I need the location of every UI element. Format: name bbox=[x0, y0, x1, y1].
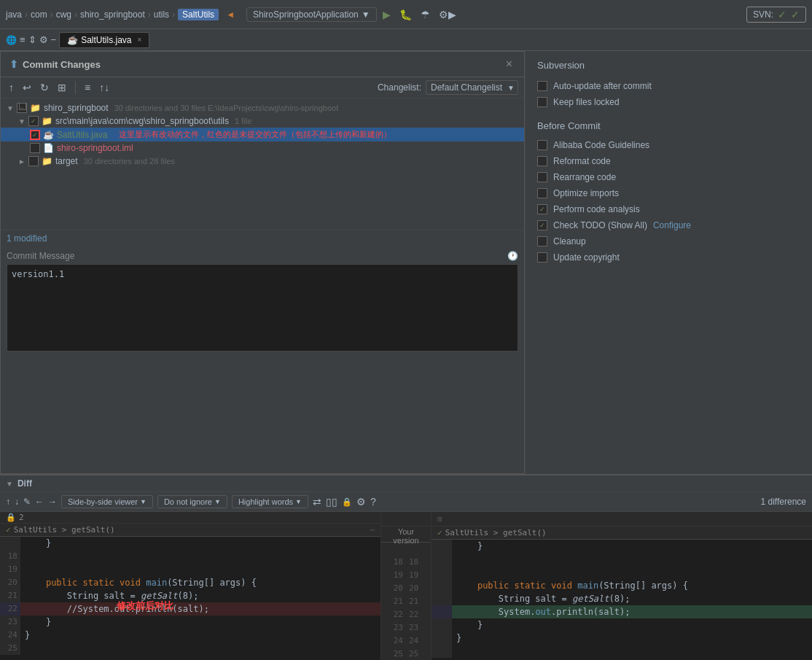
tree-check-shiro[interactable]: − bbox=[17, 103, 27, 113]
breadcrumb-shiro[interactable]: shiro_springboot bbox=[80, 9, 145, 20]
cb-label-rearrange: Rearrange code bbox=[553, 172, 616, 182]
breadcrumb-cwg[interactable]: cwg bbox=[56, 9, 71, 20]
cb-alibaba[interactable] bbox=[537, 140, 547, 150]
line-content-left-22: //System.out.println(salt); bbox=[20, 602, 380, 616]
cb-update-copyright[interactable] bbox=[537, 252, 547, 263]
diff-lock-icon[interactable]: 🔒 bbox=[342, 497, 352, 507]
tree-expand-target[interactable]: ► bbox=[18, 158, 26, 166]
cb-perform-analysis[interactable] bbox=[537, 204, 547, 214]
diff-help-icon[interactable]: ? bbox=[370, 496, 376, 508]
cb-auto-update[interactable] bbox=[537, 81, 547, 91]
tree-check-iml[interactable] bbox=[30, 143, 40, 153]
highlight-words-button[interactable]: Highlight words ▼ bbox=[232, 495, 308, 508]
mid-num-19-r: 19 bbox=[409, 569, 418, 582]
tree-item-target[interactable]: ► 📁 target 30 directories and 28 files bbox=[1, 155, 524, 168]
dialog-close-button[interactable]: × bbox=[503, 58, 515, 71]
line-num-left-25: 25 bbox=[0, 642, 20, 655]
tree-expand-shiro[interactable]: ▼ bbox=[7, 104, 14, 112]
cb-reformat[interactable] bbox=[537, 156, 547, 166]
svn-update-icon[interactable]: ✓ bbox=[778, 9, 786, 20]
cb-optimize[interactable] bbox=[537, 188, 547, 198]
tab-saltutils[interactable]: ☕ SaltUtils.java × bbox=[59, 32, 149, 48]
tree-label-target: target bbox=[55, 156, 78, 166]
checkbox-cleanup: Cleanup bbox=[537, 233, 800, 249]
line-content-left-20: public static void main(String[] args) { bbox=[20, 576, 380, 589]
tree-check-target[interactable] bbox=[28, 156, 39, 166]
collapse-all-icon[interactable]: ↑↓ bbox=[97, 80, 112, 95]
tree-item-iml[interactable]: 📄 shiro-springboot.iml bbox=[1, 141, 524, 155]
diff-settings-icon[interactable]: ⚙ bbox=[356, 496, 366, 508]
debug-button[interactable]: 🐛 bbox=[397, 7, 415, 22]
mid-num-21-l: 21 bbox=[394, 595, 403, 608]
file-tree: ▼ − 📁 shiro_springboot 30 directories an… bbox=[1, 98, 524, 230]
diff-swap-icon[interactable]: ⇄ bbox=[313, 496, 321, 508]
tree-item-saltutils[interactable]: ✓ ☕ SaltUtils.java 这里显示有改动的文件，红色的是未提交的文件… bbox=[1, 128, 524, 141]
tab-nav-icon[interactable]: ⇕ bbox=[28, 34, 36, 45]
diff-left-icon[interactable]: ← bbox=[35, 497, 44, 507]
tree-item-shiro[interactable]: ▼ − 📁 shiro_springboot 30 directories an… bbox=[1, 101, 524, 114]
group-icon[interactable]: ⊞ bbox=[55, 80, 69, 95]
breadcrumb-utils[interactable]: utils bbox=[154, 9, 169, 20]
line-num-left-18: 18 bbox=[0, 550, 20, 563]
right-panel: Subversion Auto-update after commit Keep… bbox=[525, 51, 812, 474]
diff-collapse-icon[interactable]: ▼ bbox=[6, 480, 13, 488]
side-by-side-dropdown-icon: ▼ bbox=[140, 498, 147, 505]
tree-check-saltutils[interactable]: ✓ bbox=[30, 130, 40, 140]
expand-all-icon[interactable]: ≡ bbox=[82, 80, 93, 95]
history-icon[interactable]: 🕐 bbox=[507, 251, 518, 261]
tree-item-src[interactable]: ▼ ✓ 📁 src\main\java\com\cwg\shiro_spring… bbox=[1, 114, 524, 128]
ignore-whitespace-button[interactable]: Do not ignore ▼ bbox=[157, 495, 227, 508]
breadcrumb-java[interactable]: java bbox=[6, 9, 22, 20]
line-num-right-25 bbox=[432, 645, 452, 658]
run-config-selector[interactable]: ShiroSpringbootApplication ▼ bbox=[246, 7, 377, 22]
move-to-changelist-icon[interactable]: ↑ bbox=[7, 80, 16, 95]
breadcrumb-saltutils[interactable]: SaltUtils bbox=[178, 9, 219, 20]
diff-right-header-label: SaltUtils > getSalt() bbox=[445, 528, 547, 537]
left-green-dot: ✓ bbox=[6, 525, 11, 535]
coverage-button[interactable]: ☂ bbox=[418, 7, 433, 22]
folder-icon-src: 📁 bbox=[42, 116, 52, 126]
diff-title: Diff bbox=[17, 478, 32, 489]
dialog-title-bar: ⬆ Commit Changes × bbox=[1, 52, 524, 77]
nav-back-icon[interactable]: ◄ bbox=[226, 9, 235, 20]
diff-down-icon[interactable]: ↓ bbox=[15, 497, 19, 507]
ignore-dropdown-icon: ▼ bbox=[214, 498, 221, 505]
tab-align-icon[interactable]: ≡ bbox=[20, 34, 26, 45]
diff-right-icon[interactable]: → bbox=[48, 497, 57, 507]
run-button[interactable]: ▶ bbox=[380, 7, 394, 22]
checkbox-optimize: Optimize imports bbox=[537, 185, 800, 201]
cb-check-todo[interactable] bbox=[537, 220, 547, 230]
breadcrumb-com[interactable]: com bbox=[31, 9, 47, 20]
tree-label-shiro: shiro_springboot bbox=[44, 103, 109, 113]
commit-message-section: Commit Message 🕐 version1.1 bbox=[1, 246, 524, 357]
svn-commit-icon[interactable]: ✓ bbox=[791, 9, 800, 20]
refresh-icon[interactable]: ↻ bbox=[38, 80, 51, 95]
tab-settings-icon[interactable]: ⚙ bbox=[39, 34, 48, 45]
checkbox-auto-update: Auto-update after commit bbox=[537, 78, 800, 94]
diff-up-icon[interactable]: ↑ bbox=[6, 497, 10, 507]
dialog-title: ⬆ Commit Changes bbox=[9, 58, 101, 70]
side-by-side-button[interactable]: Side-by-side viewer ▼ bbox=[61, 495, 153, 508]
main-content: ⬆ Commit Changes × ↑ ↩ ↻ ⊞ ≡ ↑↓ Changeli… bbox=[0, 51, 812, 660]
commit-message-input[interactable]: version1.1 bbox=[7, 264, 518, 352]
line-content-right-19 bbox=[452, 566, 812, 579]
subversion-title: Subversion bbox=[537, 60, 800, 71]
cb-keep-locked[interactable] bbox=[537, 97, 547, 107]
checkbox-reformat: Reformat code bbox=[537, 153, 800, 169]
tree-check-src[interactable]: ✓ bbox=[28, 116, 39, 126]
cb-cleanup[interactable] bbox=[537, 236, 547, 246]
line-content-right-1: } bbox=[452, 540, 812, 553]
diff-edit-icon[interactable]: ✎ bbox=[23, 497, 31, 507]
diff-line-right-20: public static void main(String[] args) { bbox=[432, 579, 812, 592]
diff-sync-icon[interactable]: ▯▯ bbox=[326, 496, 337, 508]
configure-link[interactable]: Configure bbox=[653, 220, 691, 230]
tab-close-button[interactable]: × bbox=[138, 36, 142, 44]
more-run-button[interactable]: ⚙▶ bbox=[436, 7, 459, 22]
cb-rearrange[interactable] bbox=[537, 172, 547, 182]
revert-icon[interactable]: ↩ bbox=[20, 80, 34, 95]
tree-expand-src[interactable]: ▼ bbox=[18, 117, 26, 125]
cb-label-optimize: Optimize imports bbox=[553, 188, 619, 198]
changelist-select[interactable]: Default Changelist bbox=[426, 80, 518, 95]
tab-file-icon: ☕ bbox=[67, 35, 78, 45]
tab-minus-icon[interactable]: − bbox=[51, 34, 57, 45]
